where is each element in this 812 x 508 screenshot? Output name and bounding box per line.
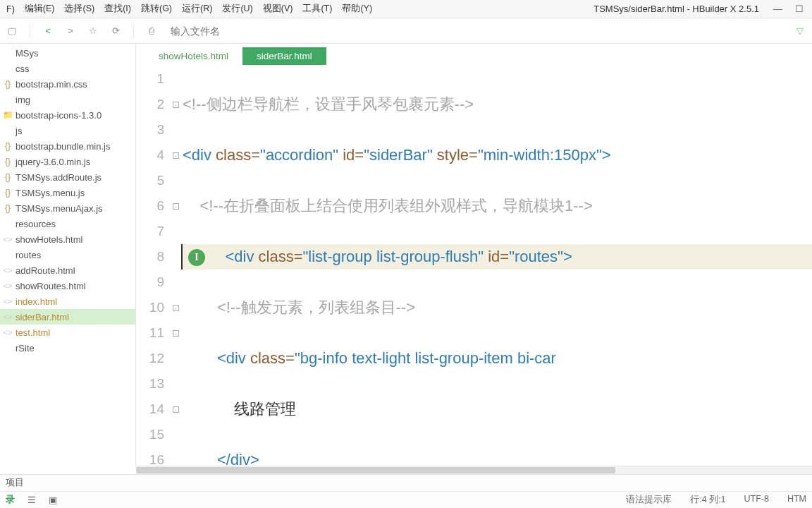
menu-run[interactable]: 运行(R) bbox=[177, 1, 217, 16]
status-bar-1: 项目 bbox=[0, 474, 812, 491]
tree-item[interactable]: {}bootstrap.min.css bbox=[0, 76, 135, 92]
forward-icon[interactable]: > bbox=[64, 25, 77, 37]
editor-tabs: showHotels.html siderBar.html bbox=[136, 44, 812, 65]
search-input[interactable] bbox=[168, 23, 520, 40]
refresh-icon[interactable]: ⟳ bbox=[109, 25, 122, 37]
cursor-indicator: I bbox=[188, 249, 205, 266]
language-mode[interactable]: HTM bbox=[787, 494, 806, 506]
syntax-hint[interactable]: 语法提示库 bbox=[626, 494, 672, 506]
menu-publish[interactable]: 发行(U) bbox=[217, 1, 257, 16]
tree-item[interactable]: <>addRoute.html bbox=[0, 262, 135, 278]
tree-item[interactable]: {}TSMSys.menuAjax.js bbox=[0, 200, 135, 216]
tree-item[interactable]: {}TSMSys.menu.js bbox=[0, 185, 135, 200]
minimize-icon[interactable]: — bbox=[773, 4, 782, 14]
tree-item[interactable]: 📁bootstrap-icons-1.3.0 bbox=[0, 107, 135, 123]
tree-item[interactable]: <>showHotels.html bbox=[0, 231, 135, 247]
tree-item[interactable]: rSite bbox=[0, 340, 135, 356]
menu-edit[interactable]: 编辑(E) bbox=[20, 1, 60, 16]
terminal-icon[interactable]: ▣ bbox=[49, 495, 57, 505]
horizontal-scrollbar[interactable] bbox=[136, 466, 812, 474]
login-status[interactable]: 录 bbox=[6, 494, 15, 506]
fold-column[interactable]: -- - -- - bbox=[170, 65, 181, 466]
tab-siderbar[interactable]: siderBar.html bbox=[242, 47, 326, 65]
tree-item[interactable]: <>test.html bbox=[0, 325, 135, 340]
tree-item[interactable]: <>siderBar.html bbox=[0, 309, 135, 325]
tree-item[interactable]: MSys bbox=[0, 45, 135, 61]
tree-item[interactable]: {}TSMSys.addRoute.js bbox=[0, 169, 135, 185]
code-editor[interactable]: 1234 5678 9101112 13141516 -- - -- - <!-… bbox=[136, 65, 812, 466]
tree-item[interactable]: <>showRoutes.html bbox=[0, 278, 135, 294]
save-icon[interactable]: ▢ bbox=[6, 25, 18, 37]
preview-icon[interactable]: ⎙ bbox=[145, 25, 158, 37]
menu-tools[interactable]: 工具(T) bbox=[297, 1, 337, 16]
menu-help[interactable]: 帮助(Y) bbox=[337, 1, 377, 16]
status-bar-2: 录 ☰ ▣ 语法提示库 行:4 列:1 UTF-8 HTM bbox=[0, 491, 812, 508]
tree-item[interactable]: routes bbox=[0, 247, 135, 262]
filter-icon[interactable]: ▽ bbox=[794, 25, 806, 37]
menu-select[interactable]: 选择(S) bbox=[59, 1, 99, 16]
list-icon[interactable]: ☰ bbox=[27, 495, 36, 505]
menu-view[interactable]: 视图(V) bbox=[258, 1, 298, 16]
tab-showhotels[interactable]: showHotels.html bbox=[144, 47, 242, 65]
tree-item[interactable]: {}bootstrap.bundle.min.js bbox=[0, 138, 135, 154]
maximize-icon[interactable]: ☐ bbox=[795, 4, 804, 14]
back-icon[interactable]: < bbox=[42, 25, 54, 37]
toolbar: ▢ < > ☆ ⟳ ⎙ ▽ bbox=[0, 18, 812, 44]
menu-file[interactable]: F) bbox=[1, 3, 20, 16]
tree-item[interactable]: {}jquery-3.6.0.min.js bbox=[0, 154, 135, 169]
window-title: TSMSys/siderBar.html - HBuilder X 2.5.1 bbox=[593, 4, 759, 14]
code-content[interactable]: <!--侧边栏导航栏，设置手风琴包裹元素--> <div class="acco… bbox=[181, 65, 812, 466]
tree-item[interactable]: css bbox=[0, 61, 135, 76]
line-gutter: 1234 5678 9101112 13141516 bbox=[136, 65, 170, 466]
star-icon[interactable]: ☆ bbox=[87, 25, 99, 37]
menu-goto[interactable]: 跳转(G) bbox=[136, 1, 177, 16]
project-tree[interactable]: MSyscss{}bootstrap.min.cssimg📁bootstrap-… bbox=[0, 44, 136, 466]
menu-find[interactable]: 查找(I) bbox=[99, 1, 136, 16]
tree-item[interactable]: img bbox=[0, 92, 135, 107]
tree-item[interactable]: js bbox=[0, 123, 135, 138]
project-label[interactable]: 项目 bbox=[6, 477, 24, 489]
cursor-position: 行:4 列:1 bbox=[690, 494, 725, 506]
tree-item[interactable]: <>index.html bbox=[0, 294, 135, 309]
menu-bar: F) 编辑(E) 选择(S) 查找(I) 跳转(G) 运行(R) 发行(U) 视… bbox=[0, 0, 812, 18]
encoding[interactable]: UTF-8 bbox=[744, 494, 769, 506]
tree-item[interactable]: resources bbox=[0, 216, 135, 231]
